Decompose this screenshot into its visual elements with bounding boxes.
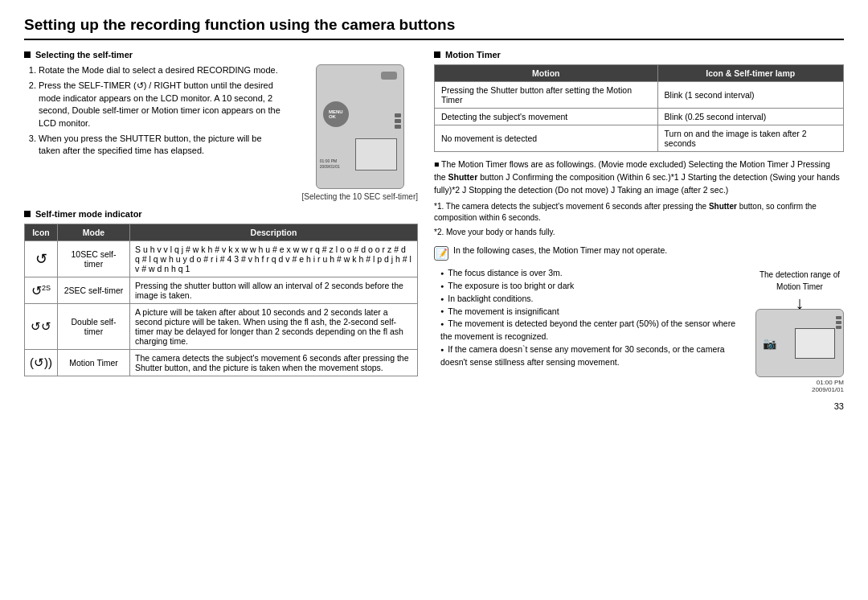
flow-text: ■ The Motion Timer flows are as followin… bbox=[434, 158, 844, 196]
icon-cell-4: (↺)) bbox=[25, 350, 58, 376]
menu-nav-circle: MENUOK bbox=[323, 101, 349, 127]
bullet-2: The exposure is too bright or dark bbox=[440, 280, 739, 293]
desc-cell-1: S u h v v l q j # w k h # v k x w w h u … bbox=[130, 241, 418, 277]
page-number: 33 bbox=[24, 401, 844, 411]
self-timer-label: Selecting the self-timer bbox=[35, 50, 133, 60]
detection-range-area: The detection range of Motion Timer ↓ 📷 bbox=[755, 270, 844, 393]
motion-lamp-2: Blink (0.25 second interval) bbox=[657, 109, 843, 125]
step-2: Press the SELF-TIMER (↺) / RIGHT button … bbox=[39, 80, 285, 129]
camera-side-icons bbox=[836, 316, 841, 329]
screen-area bbox=[355, 138, 397, 171]
col-description: Description bbox=[130, 224, 418, 241]
side-icon-r1 bbox=[836, 316, 841, 319]
table-row: ↺↺ Double self-timer A picture will be t… bbox=[25, 304, 418, 350]
motion-desc-1: Pressing the Shutter button after settin… bbox=[435, 82, 658, 109]
bullet-list: The focus distance is over 3m. The expos… bbox=[434, 267, 739, 368]
self-timer-header: Selecting the self-timer bbox=[24, 50, 418, 60]
camera-screen bbox=[795, 328, 835, 359]
date-display: 01:00 PM2009/01/01 bbox=[320, 158, 340, 169]
bullet-list-area: The focus distance is over 3m. The expos… bbox=[434, 267, 739, 393]
table-row: (↺)) Motion Timer The camera detects the… bbox=[25, 350, 418, 376]
step-1: Rotate the Mode dial to select a desired… bbox=[39, 64, 285, 76]
icon-cell-1: ↺ bbox=[25, 241, 58, 277]
left-column: Selecting the self-timer Rotate the Mode… bbox=[24, 50, 418, 393]
mode-table: Icon Mode Description ↺ 10SEC self-timer… bbox=[24, 224, 418, 376]
side-icons bbox=[395, 113, 401, 129]
col-mode: Mode bbox=[58, 224, 130, 241]
step-3: When you press the SHUTTER button, the p… bbox=[39, 133, 285, 158]
desc-cell-3: A picture will be taken after about 10 s… bbox=[130, 304, 418, 350]
motion-row-2: Detecting the subject's movement Blink (… bbox=[435, 109, 844, 125]
note-icon: 📝 bbox=[434, 246, 448, 261]
table-row: ↺2S 2SEC self-timer Pressing the shutter… bbox=[25, 277, 418, 304]
detection-camera-wrapper: ↓ 📷 01:00 PM2009/01/01 bbox=[755, 294, 844, 393]
mode-cell-3: Double self-timer bbox=[58, 304, 130, 350]
bullet-3: In backlight conditions. bbox=[440, 293, 739, 306]
mode-cell-4: Motion Timer bbox=[58, 350, 130, 376]
motion-col-lamp: Icon & Self-timer lamp bbox=[657, 65, 843, 82]
note-section: 📝 In the following cases, the Motion Tim… bbox=[434, 245, 844, 393]
detection-label-2: Motion Timer bbox=[755, 282, 844, 291]
bullet-4: The movement is insignificant bbox=[440, 306, 739, 318]
motion-timer-header: Motion Timer bbox=[434, 50, 844, 60]
mode-indicator-header: Self-timer mode indicator bbox=[24, 209, 418, 219]
icon-cell-2: ↺2S bbox=[25, 277, 58, 304]
mode-cell-1: 10SEC self-timer bbox=[58, 241, 130, 277]
right-column: Motion Timer Motion Icon & Self-timer la… bbox=[434, 50, 844, 393]
detection-date: 01:00 PM2009/01/01 bbox=[755, 379, 844, 393]
bullet-square-2 bbox=[24, 211, 31, 217]
bullets-and-camera: The focus distance is over 3m. The expos… bbox=[434, 267, 844, 393]
motion-desc-3: No movement is detected bbox=[435, 125, 658, 152]
motion-col-motion: Motion bbox=[435, 65, 658, 82]
camera-top-area: Rotate the Mode dial to select a desired… bbox=[24, 64, 418, 201]
footnote-1: *1. The camera detects the subject's mov… bbox=[434, 201, 844, 224]
camera-image-area: MENUOK 01:00 PM2009/01/01 [Selecting the… bbox=[301, 64, 418, 201]
camera-illustration: MENUOK 01:00 PM2009/01/01 bbox=[316, 64, 404, 189]
side-icon-2 bbox=[395, 119, 401, 123]
motion-row-3: No movement is detected Turn on and the … bbox=[435, 125, 844, 152]
detection-label-1: The detection range of bbox=[755, 270, 844, 279]
steps-text: Rotate the Mode dial to select a desired… bbox=[24, 64, 285, 164]
side-icon-r3 bbox=[836, 326, 841, 329]
bullet-5: The movement is detected beyond the cent… bbox=[440, 318, 739, 343]
note-text: In the following cases, the Motion Timer… bbox=[453, 245, 667, 261]
bullet-1: The focus distance is over 3m. bbox=[440, 267, 739, 280]
steps-list: Rotate the Mode dial to select a desired… bbox=[24, 64, 285, 158]
icon-cell-3: ↺↺ bbox=[25, 304, 58, 350]
side-icon-r2 bbox=[836, 321, 841, 324]
desc-cell-4: The camera detects the subject's movemen… bbox=[130, 350, 418, 376]
camera-icon: 📷 bbox=[763, 337, 776, 350]
motion-lamp-3: Turn on and the image is taken after 2 s… bbox=[657, 125, 843, 152]
side-icon-3 bbox=[395, 125, 401, 129]
table-row: ↺ 10SEC self-timer S u h v v l q j # w k… bbox=[25, 241, 418, 277]
shutter-button bbox=[381, 72, 397, 80]
motion-row-1: Pressing the Shutter button after settin… bbox=[435, 82, 844, 109]
motion-table: Motion Icon & Self-timer lamp Pressing t… bbox=[434, 64, 844, 152]
motion-desc-2: Detecting the subject's movement bbox=[435, 109, 658, 125]
camera-caption: [Selecting the 10 SEC self-timer] bbox=[301, 192, 418, 201]
motion-lamp-1: Blink (1 second interval) bbox=[657, 82, 843, 109]
mode-indicator-label: Self-timer mode indicator bbox=[35, 209, 142, 219]
footnote-2: *2. Move your body or hands fully. bbox=[434, 227, 844, 238]
col-icon: Icon bbox=[25, 224, 58, 241]
note-box: 📝 In the following cases, the Motion Tim… bbox=[434, 245, 844, 261]
mode-indicator-section: Self-timer mode indicator Icon Mode Desc… bbox=[24, 209, 418, 376]
desc-cell-2: Pressing the shutter button will allow a… bbox=[130, 277, 418, 304]
motion-timer-label: Motion Timer bbox=[445, 50, 501, 60]
bullet-square bbox=[24, 51, 31, 58]
detection-camera: 📷 bbox=[755, 309, 844, 377]
bullet-square-3 bbox=[434, 51, 440, 58]
side-icon-1 bbox=[395, 113, 401, 117]
bullet-6: If the camera doesn`t sense any movement… bbox=[440, 343, 739, 369]
mode-cell-2: 2SEC self-timer bbox=[58, 277, 130, 304]
page-title: Setting up the recording function using … bbox=[24, 16, 844, 40]
